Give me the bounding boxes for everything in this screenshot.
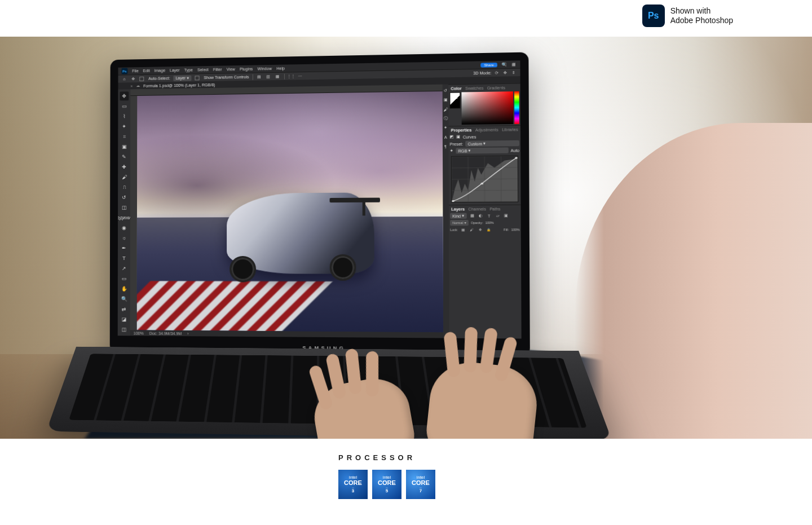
auto-button[interactable]: Auto	[511, 148, 519, 152]
lock-pos-icon[interactable]: ✥	[477, 227, 483, 232]
status-caret-icon[interactable]: ›	[187, 332, 188, 336]
maximize-button[interactable]: ▢	[501, 62, 508, 67]
status-doc: Doc: 34.9M/34.9M	[149, 331, 182, 335]
tab-paths[interactable]: Paths	[489, 207, 500, 211]
brush-tool[interactable]: 🖌	[120, 173, 129, 182]
minimize-button[interactable]: —	[491, 62, 498, 67]
path-tool[interactable]: ↗	[120, 264, 129, 273]
history-brush-tool[interactable]: ↺	[120, 193, 129, 202]
curves-graph[interactable]	[451, 156, 518, 202]
hand-tool[interactable]: ✋	[120, 284, 129, 293]
filter-pixel-icon[interactable]: ▦	[469, 213, 475, 219]
wand-tool[interactable]: ✦	[120, 122, 129, 131]
tab-adjustments[interactable]: Adjustments	[475, 127, 498, 132]
tab-channels[interactable]: Channels	[468, 207, 486, 211]
move-tool[interactable]: ✥	[120, 91, 129, 100]
lock-all-icon[interactable]: 🔒	[486, 227, 492, 232]
swap-colors-icon[interactable]: ⇄	[120, 305, 129, 314]
more-icon[interactable]: ⋯	[297, 73, 303, 79]
hue-slider[interactable]	[514, 91, 519, 124]
tab-libraries[interactable]: Libraries	[502, 127, 518, 132]
home-icon[interactable]: ⌂	[121, 76, 127, 82]
navigator-panel-icon[interactable]: ✦	[443, 125, 449, 130]
blur-tool[interactable]: ◉	[120, 223, 129, 232]
brushes-panel-icon[interactable]: 🖌	[443, 106, 449, 112]
close-button[interactable]: ✕	[510, 61, 518, 66]
color-field[interactable]	[461, 91, 513, 125]
actions-panel-icon[interactable]: ▣	[443, 97, 449, 103]
tab-properties[interactable]: Properties	[451, 128, 472, 133]
para-panel-icon[interactable]: ¶	[443, 143, 449, 149]
pen-tool[interactable]: ✒	[120, 244, 129, 253]
menu-layer[interactable]: Layer	[170, 68, 180, 72]
artwork-wheel-rear	[230, 256, 257, 282]
crop-tool[interactable]: ⌗	[120, 132, 129, 141]
pan-icon[interactable]: ✥	[502, 70, 509, 76]
transform-checkbox[interactable]	[195, 76, 199, 80]
fgbg-color-box[interactable]	[449, 92, 460, 109]
char-panel-icon[interactable]: A	[443, 134, 449, 140]
blend-mode-dropdown[interactable]: Normal▾	[450, 220, 469, 226]
artwork-spoiler	[329, 197, 380, 202]
tab-layers[interactable]: Layers	[451, 207, 465, 211]
curves-mask-icon: ▣	[456, 135, 460, 139]
lock-trans-icon[interactable]: ▦	[460, 227, 466, 232]
filter-shape-icon[interactable]: ▱	[495, 213, 501, 218]
menu-filter[interactable]: Filter	[213, 68, 222, 72]
channel-dropdown[interactable]: RGB▾	[456, 147, 508, 153]
menu-edit[interactable]: Edit	[143, 69, 150, 73]
dolly-icon[interactable]: ⇕	[510, 69, 517, 75]
info-panel-icon[interactable]: ⓘ	[443, 116, 449, 121]
preset-label: Preset:	[450, 142, 463, 145]
fgbg-swatch[interactable]: ◪	[120, 315, 129, 324]
tab-gradients[interactable]: Gradients	[487, 86, 505, 90]
document-tab-title[interactable]: Formula 1.psd@ 100% (Layer 1, RGB/8)	[143, 82, 215, 87]
menu-image[interactable]: Image	[155, 68, 165, 72]
menu-file[interactable]: File	[132, 69, 138, 73]
orbit-icon[interactable]: ⟳	[494, 70, 500, 76]
align-right-icon[interactable]: ▦	[275, 73, 280, 79]
dodge-tool[interactable]: ☼	[120, 233, 129, 242]
menu-type[interactable]: Type	[184, 68, 193, 72]
zoom-tool[interactable]: 🔍	[120, 294, 129, 303]
filter-adjust-icon[interactable]: ◐	[478, 213, 484, 218]
menu-plugins[interactable]: Plugins	[240, 67, 253, 71]
menu-window[interactable]: Window	[258, 67, 272, 70]
eyedropper-tool[interactable]: ✎	[120, 152, 129, 161]
heal-tool[interactable]: ✚	[120, 162, 129, 171]
tab-color[interactable]: Color	[451, 86, 461, 90]
canvas[interactable]	[137, 91, 443, 332]
type-tool[interactable]: T	[120, 254, 129, 263]
tab-swatches[interactable]: Swatches	[465, 86, 483, 91]
eraser-tool[interactable]: ◫	[120, 203, 129, 212]
opacity-value[interactable]: 100%	[486, 221, 494, 224]
marquee-tool[interactable]: ▭	[120, 102, 129, 111]
align-left-icon[interactable]: ▤	[257, 74, 262, 80]
frame-tool[interactable]: ▣	[120, 142, 129, 151]
auto-select-dropdown[interactable]: Layer ▾	[173, 75, 191, 81]
shape-tool[interactable]: ▭	[120, 274, 129, 283]
menu-view[interactable]: View	[227, 67, 235, 71]
layers-panel: Layers Channels Paths Kind▾ ▦ ◐ T ▱	[449, 205, 521, 234]
channel-picker-icon[interactable]: ✦	[450, 148, 453, 153]
preset-dropdown[interactable]: Custom▾	[465, 140, 519, 147]
artwork-car	[227, 193, 374, 274]
filter-smart-icon[interactable]: ▣	[503, 213, 509, 218]
fill-value[interactable]: 100%	[511, 228, 520, 231]
menu-help[interactable]: Help	[276, 67, 285, 70]
svg-point-2	[515, 157, 518, 158]
tab-close-icon[interactable]: ×	[130, 84, 133, 88]
curves-icon: ◩	[450, 135, 454, 139]
layer-filter-dropdown[interactable]: Kind▾	[450, 213, 467, 219]
filter-type-icon[interactable]: T	[486, 213, 492, 218]
menu-select[interactable]: Select	[197, 68, 209, 72]
history-panel-icon[interactable]: ↺	[443, 88, 449, 94]
lasso-tool[interactable]: ⌇	[120, 112, 129, 121]
lock-pixel-icon[interactable]: 🖌	[469, 227, 475, 232]
distribute-icon[interactable]: ⋮⋮	[288, 73, 294, 79]
align-center-icon[interactable]: ▥	[266, 74, 271, 80]
gradient-tool[interactable]: �единить	[120, 213, 129, 222]
auto-select-checkbox[interactable]	[139, 76, 144, 81]
stamp-tool[interactable]: ⎍	[120, 183, 129, 192]
quickmask-toggle[interactable]: ◫	[120, 325, 129, 334]
